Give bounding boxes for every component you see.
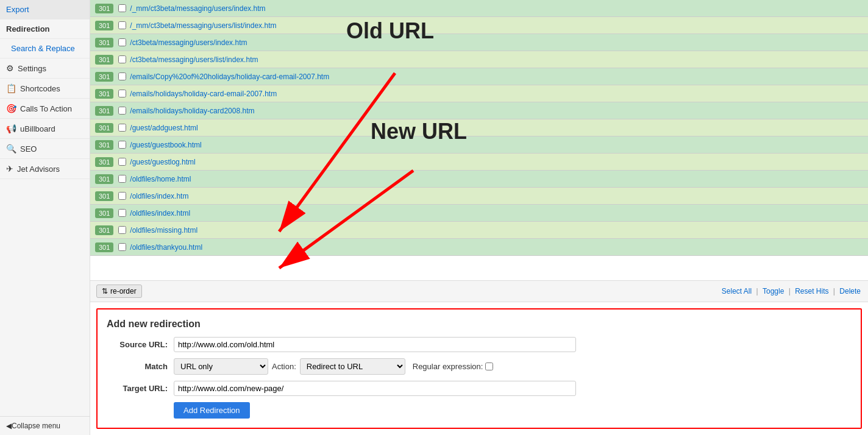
redirect-url-link[interactable]: /guest/guestbook.html (130, 141, 201, 149)
regex-label: Regular expression: (413, 362, 483, 371)
table-row: 301 /_mm/ct3beta/messaging/users/list/in… (90, 17, 868, 34)
row-checkbox[interactable] (118, 72, 126, 80)
search-replace-label: Search & Replace (11, 44, 75, 53)
sidebar-item-search-replace[interactable]: Search & Replace (0, 39, 90, 58)
bottom-toolbar: ⇅ re-order Select All | Toggle | Reset H… (90, 280, 868, 302)
cta-icon: 🎯 (6, 104, 16, 113)
row-checkbox[interactable] (118, 192, 126, 200)
table-row: 301 /ct3beta/messaging/users/index.htm (90, 34, 868, 51)
redirect-url-link[interactable]: /oldfiles/home.html (130, 175, 191, 183)
jet-advisors-label: Jet Advisors (17, 164, 60, 174)
redirect-url-link[interactable]: /guest/guestlog.html (130, 158, 195, 166)
settings-icon: ⚙ (6, 63, 14, 73)
table-row: 301 /ct3beta/messaging/users/list/index.… (90, 51, 868, 68)
row-checkbox[interactable] (118, 175, 126, 183)
source-url-input[interactable] (174, 337, 576, 352)
redirect-url-link[interactable]: /emails/Copy%20of%20holidays/holiday-car… (130, 72, 329, 81)
action-label: Action: (272, 362, 296, 371)
row-checkbox[interactable] (118, 4, 126, 12)
reorder-icon: ⇅ (102, 287, 108, 295)
table-row: 301 /oldfiles/index.htm (90, 188, 868, 205)
match-select[interactable]: URL only URL and login status URL and re… (174, 358, 268, 375)
redirect-url-link[interactable]: /ct3beta/messaging/users/index.htm (130, 38, 247, 47)
target-url-label: Target URL: (107, 384, 168, 393)
redirection-label: Redirection (6, 24, 50, 34)
table-row: 301 /guest/addguest.html (90, 119, 868, 136)
redirect-url-link[interactable]: /guest/addguest.html (130, 124, 197, 132)
reset-hits-link[interactable]: Reset Hits (795, 287, 828, 295)
row-checkbox[interactable] (118, 226, 126, 234)
calls-to-action-label: Calls To Action (20, 104, 72, 113)
redirect-url-link[interactable]: /_mm/ct3beta/messaging/users/list/index.… (130, 21, 276, 30)
form-title: Add new redirection (107, 319, 852, 330)
settings-label: Settings (18, 64, 46, 73)
row-checkbox[interactable] (118, 141, 126, 149)
redirect-url-link[interactable]: /oldfiles/index.htm (130, 192, 188, 200)
reorder-label: re-order (110, 287, 137, 295)
seo-icon: 🔍 (6, 144, 16, 154)
row-checkbox[interactable] (118, 38, 126, 46)
add-redirection-button[interactable]: Add Redirection (174, 402, 250, 419)
shortcodes-icon: 📋 (6, 83, 16, 93)
table-row: 301 /guest/guestlog.html (90, 154, 868, 171)
redirect-url-link[interactable]: /oldfiles/index.html (130, 209, 190, 217)
action-select[interactable]: Redirect to URL Redirect to random post … (300, 358, 405, 375)
sidebar-item-ubillboard[interactable]: 📢 uBillboard (0, 119, 90, 139)
sidebar-item-calls-to-action[interactable]: 🎯 Calls To Action (0, 99, 90, 119)
shortcodes-label: Shortcodes (20, 84, 60, 93)
row-checkbox[interactable] (118, 243, 126, 251)
match-label: Match (107, 362, 168, 371)
table-row: 301 /_mm/ct3beta/messaging/users/index.h… (90, 0, 868, 17)
main-content: Old URL New URL 301 /_mm/ct3beta/messagi… (90, 0, 868, 435)
table-row: 301 /oldfiles/missing.html (90, 222, 868, 239)
export-label: Export (6, 5, 29, 14)
row-checkbox[interactable] (118, 90, 126, 97)
sidebar-item-export[interactable]: Export (0, 0, 90, 19)
add-redirection-form: Add new redirection Source URL: Match UR… (96, 308, 862, 429)
sidebar-item-jet-advisors[interactable]: ✈ Jet Advisors (0, 159, 90, 179)
redirect-url-link[interactable]: /oldfiles/missing.html (130, 226, 197, 235)
match-action-row: Match URL only URL and login status URL … (107, 358, 852, 375)
target-url-row: Target URL: (107, 381, 852, 396)
sidebar-item-seo[interactable]: 🔍 SEO (0, 139, 90, 159)
select-all-link[interactable]: Select All (722, 287, 752, 295)
row-checkbox[interactable] (118, 21, 126, 29)
redirect-url-link[interactable]: /ct3beta/messaging/users/list/index.htm (130, 55, 258, 64)
table-row: 301 /emails/holidays/holiday-card-email-… (90, 85, 868, 102)
reorder-button[interactable]: ⇅ re-order (96, 285, 142, 298)
source-url-label: Source URL: (107, 340, 168, 349)
table-row: 301 /guest/guestbook.html (90, 136, 868, 154)
delete-link[interactable]: Delete (839, 287, 861, 295)
sidebar-item-settings[interactable]: ⚙ Settings (0, 58, 90, 79)
row-checkbox[interactable] (118, 107, 126, 115)
seo-label: SEO (20, 144, 37, 154)
collapse-menu[interactable]: ◀ Collapse menu (0, 416, 90, 435)
table-row: 301 /emails/holidays/holiday-card2008.ht… (90, 102, 868, 119)
redirect-url-link[interactable]: /emails/holidays/holiday-card-email-2007… (130, 90, 277, 98)
toggle-link[interactable]: Toggle (763, 287, 784, 295)
redirects-table: Old URL New URL 301 /_mm/ct3beta/messagi… (90, 0, 868, 280)
row-checkbox[interactable] (118, 124, 126, 132)
ubillboard-icon: 📢 (6, 124, 16, 133)
table-row: 301 /oldfiles/home.html (90, 171, 868, 188)
row-checkbox[interactable] (118, 55, 126, 63)
target-url-input[interactable] (174, 381, 576, 396)
redirect-url-link[interactable]: /_mm/ct3beta/messaging/users/index.htm (130, 4, 265, 13)
add-button-row: Add Redirection (107, 402, 852, 419)
row-checkbox[interactable] (118, 158, 126, 166)
bottom-actions: Select All | Toggle | Reset Hits | Delet… (720, 287, 862, 295)
table-row: 301 /oldfiles/index.html (90, 205, 868, 222)
collapse-icon: ◀ (6, 422, 12, 430)
row-checkbox[interactable] (118, 209, 126, 217)
sidebar-item-redirection[interactable]: Redirection (0, 19, 90, 39)
source-url-row: Source URL: (107, 337, 852, 352)
redirect-url-link[interactable]: /emails/holidays/holiday-card2008.htm (130, 107, 254, 115)
jet-advisors-icon: ✈ (6, 164, 13, 174)
ubillboard-label: uBillboard (20, 124, 55, 133)
table-row: 301 /emails/Copy%20of%20holidays/holiday… (90, 68, 868, 85)
collapse-label: Collapse menu (12, 422, 60, 430)
sidebar-item-shortcodes[interactable]: 📋 Shortcodes (0, 79, 90, 99)
redirect-url-link[interactable]: /oldfiles/thankyou.html (130, 243, 202, 252)
regex-checkbox[interactable] (485, 362, 493, 370)
sidebar: Export Redirection Search & Replace ⚙ Se… (0, 0, 90, 435)
